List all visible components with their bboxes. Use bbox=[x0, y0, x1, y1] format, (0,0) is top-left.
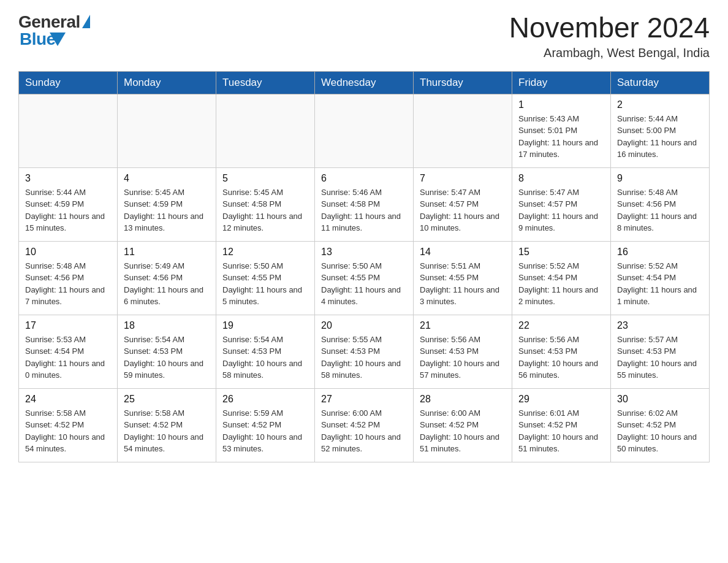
day-info: Sunrise: 5:50 AM Sunset: 4:55 PM Dayligh… bbox=[222, 260, 308, 308]
day-number: 8 bbox=[518, 173, 604, 184]
day-info: Sunrise: 5:46 AM Sunset: 4:58 PM Dayligh… bbox=[321, 186, 407, 234]
calendar-day-cell: 28Sunrise: 6:00 AM Sunset: 4:52 PM Dayli… bbox=[414, 388, 512, 462]
day-header-saturday: Saturday bbox=[611, 71, 710, 94]
day-info: Sunrise: 5:45 AM Sunset: 4:59 PM Dayligh… bbox=[124, 186, 210, 234]
logo-triangle-icon bbox=[82, 15, 90, 28]
title-block: November 2024 Arambagh, West Bengal, Ind… bbox=[509, 12, 710, 60]
calendar-day-cell bbox=[118, 94, 216, 167]
calendar-day-cell bbox=[414, 94, 512, 167]
calendar-day-cell: 2Sunrise: 5:44 AM Sunset: 5:00 PM Daylig… bbox=[611, 94, 710, 167]
calendar-day-cell: 20Sunrise: 5:55 AM Sunset: 4:53 PM Dayli… bbox=[315, 315, 414, 388]
calendar-day-cell bbox=[315, 94, 414, 167]
calendar-day-cell: 10Sunrise: 5:48 AM Sunset: 4:56 PM Dayli… bbox=[19, 241, 118, 315]
page-header: General Blue November 2024 Arambagh, Wes… bbox=[18, 12, 710, 60]
day-number: 26 bbox=[222, 394, 308, 405]
day-number: 9 bbox=[617, 173, 703, 184]
day-number: 23 bbox=[617, 320, 703, 331]
day-info: Sunrise: 5:52 AM Sunset: 4:54 PM Dayligh… bbox=[518, 260, 604, 308]
day-info: Sunrise: 5:48 AM Sunset: 4:56 PM Dayligh… bbox=[617, 186, 703, 234]
day-number: 14 bbox=[420, 247, 506, 258]
calendar-day-cell: 4Sunrise: 5:45 AM Sunset: 4:59 PM Daylig… bbox=[118, 167, 216, 241]
day-number: 1 bbox=[518, 99, 604, 110]
day-info: Sunrise: 5:47 AM Sunset: 4:57 PM Dayligh… bbox=[518, 186, 604, 234]
calendar-day-cell bbox=[216, 94, 315, 167]
day-number: 6 bbox=[321, 173, 407, 184]
calendar-day-cell: 6Sunrise: 5:46 AM Sunset: 4:58 PM Daylig… bbox=[315, 167, 414, 241]
calendar-day-cell: 23Sunrise: 5:57 AM Sunset: 4:53 PM Dayli… bbox=[611, 315, 710, 388]
calendar-week-row: 17Sunrise: 5:53 AM Sunset: 4:54 PM Dayli… bbox=[19, 315, 710, 388]
calendar-day-cell: 16Sunrise: 5:52 AM Sunset: 4:54 PM Dayli… bbox=[611, 241, 710, 315]
day-number: 16 bbox=[617, 247, 703, 258]
day-info: Sunrise: 5:47 AM Sunset: 4:57 PM Dayligh… bbox=[420, 186, 506, 234]
day-header-friday: Friday bbox=[512, 71, 611, 94]
calendar-day-cell: 27Sunrise: 6:00 AM Sunset: 4:52 PM Dayli… bbox=[315, 388, 414, 462]
calendar-day-cell: 7Sunrise: 5:47 AM Sunset: 4:57 PM Daylig… bbox=[414, 167, 512, 241]
day-number: 27 bbox=[321, 394, 407, 405]
day-header-thursday: Thursday bbox=[414, 71, 512, 94]
day-number: 5 bbox=[222, 173, 308, 184]
day-header-wednesday: Wednesday bbox=[315, 71, 414, 94]
day-header-sunday: Sunday bbox=[19, 71, 118, 94]
day-number: 20 bbox=[321, 320, 407, 331]
calendar-table: SundayMondayTuesdayWednesdayThursdayFrid… bbox=[18, 71, 710, 462]
day-info: Sunrise: 5:51 AM Sunset: 4:55 PM Dayligh… bbox=[420, 260, 506, 308]
calendar-day-cell: 3Sunrise: 5:44 AM Sunset: 4:59 PM Daylig… bbox=[19, 167, 118, 241]
day-info: Sunrise: 5:49 AM Sunset: 4:56 PM Dayligh… bbox=[124, 260, 210, 308]
calendar-day-cell: 1Sunrise: 5:43 AM Sunset: 5:01 PM Daylig… bbox=[512, 94, 611, 167]
day-number: 2 bbox=[617, 99, 703, 110]
day-number: 22 bbox=[518, 320, 604, 331]
calendar-title: November 2024 bbox=[509, 12, 710, 44]
day-info: Sunrise: 5:52 AM Sunset: 4:54 PM Dayligh… bbox=[617, 260, 703, 308]
day-header-monday: Monday bbox=[118, 71, 216, 94]
calendar-day-cell: 26Sunrise: 5:59 AM Sunset: 4:52 PM Dayli… bbox=[216, 388, 315, 462]
calendar-day-cell: 22Sunrise: 5:56 AM Sunset: 4:53 PM Dayli… bbox=[512, 315, 611, 388]
day-number: 28 bbox=[420, 394, 506, 405]
day-info: Sunrise: 6:02 AM Sunset: 4:52 PM Dayligh… bbox=[617, 407, 703, 455]
day-info: Sunrise: 5:56 AM Sunset: 4:53 PM Dayligh… bbox=[420, 334, 506, 381]
day-number: 4 bbox=[124, 173, 210, 184]
day-info: Sunrise: 5:44 AM Sunset: 5:00 PM Dayligh… bbox=[617, 113, 703, 161]
day-info: Sunrise: 5:45 AM Sunset: 4:58 PM Dayligh… bbox=[222, 186, 308, 234]
calendar-day-cell: 13Sunrise: 5:50 AM Sunset: 4:55 PM Dayli… bbox=[315, 241, 414, 315]
calendar-subtitle: Arambagh, West Bengal, India bbox=[509, 46, 710, 60]
day-info: Sunrise: 5:57 AM Sunset: 4:53 PM Dayligh… bbox=[617, 334, 703, 381]
day-info: Sunrise: 5:54 AM Sunset: 4:53 PM Dayligh… bbox=[222, 334, 308, 381]
calendar-week-row: 1Sunrise: 5:43 AM Sunset: 5:01 PM Daylig… bbox=[19, 94, 710, 167]
calendar-week-row: 24Sunrise: 5:58 AM Sunset: 4:52 PM Dayli… bbox=[19, 388, 710, 462]
day-info: Sunrise: 5:58 AM Sunset: 4:52 PM Dayligh… bbox=[25, 407, 111, 455]
day-number: 15 bbox=[518, 247, 604, 258]
day-info: Sunrise: 5:44 AM Sunset: 4:59 PM Dayligh… bbox=[25, 186, 111, 234]
calendar-day-cell: 12Sunrise: 5:50 AM Sunset: 4:55 PM Dayli… bbox=[216, 241, 315, 315]
day-number: 21 bbox=[420, 320, 506, 331]
calendar-header-row: SundayMondayTuesdayWednesdayThursdayFrid… bbox=[19, 71, 710, 94]
day-number: 10 bbox=[25, 247, 111, 258]
calendar-day-cell: 11Sunrise: 5:49 AM Sunset: 4:56 PM Dayli… bbox=[118, 241, 216, 315]
calendar-day-cell: 29Sunrise: 6:01 AM Sunset: 4:52 PM Dayli… bbox=[512, 388, 611, 462]
day-number: 17 bbox=[25, 320, 111, 331]
day-info: Sunrise: 5:50 AM Sunset: 4:55 PM Dayligh… bbox=[321, 260, 407, 308]
calendar-day-cell: 24Sunrise: 5:58 AM Sunset: 4:52 PM Dayli… bbox=[19, 388, 118, 462]
calendar-day-cell: 8Sunrise: 5:47 AM Sunset: 4:57 PM Daylig… bbox=[512, 167, 611, 241]
logo: General Blue bbox=[18, 12, 90, 49]
calendar-day-cell: 18Sunrise: 5:54 AM Sunset: 4:53 PM Dayli… bbox=[118, 315, 216, 388]
calendar-day-cell: 15Sunrise: 5:52 AM Sunset: 4:54 PM Dayli… bbox=[512, 241, 611, 315]
day-info: Sunrise: 5:48 AM Sunset: 4:56 PM Dayligh… bbox=[25, 260, 111, 308]
day-number: 3 bbox=[25, 173, 111, 184]
day-number: 30 bbox=[617, 394, 703, 405]
calendar-day-cell bbox=[19, 94, 118, 167]
day-number: 19 bbox=[222, 320, 308, 331]
day-info: Sunrise: 5:56 AM Sunset: 4:53 PM Dayligh… bbox=[518, 334, 604, 381]
calendar-day-cell: 5Sunrise: 5:45 AM Sunset: 4:58 PM Daylig… bbox=[216, 167, 315, 241]
day-number: 25 bbox=[124, 394, 210, 405]
calendar-day-cell: 14Sunrise: 5:51 AM Sunset: 4:55 PM Dayli… bbox=[414, 241, 512, 315]
logo-triangle2-icon bbox=[50, 33, 66, 46]
day-info: Sunrise: 6:00 AM Sunset: 4:52 PM Dayligh… bbox=[321, 407, 407, 455]
calendar-day-cell: 25Sunrise: 5:58 AM Sunset: 4:52 PM Dayli… bbox=[118, 388, 216, 462]
day-number: 11 bbox=[124, 247, 210, 258]
calendar-day-cell: 17Sunrise: 5:53 AM Sunset: 4:54 PM Dayli… bbox=[19, 315, 118, 388]
day-number: 29 bbox=[518, 394, 604, 405]
day-number: 12 bbox=[222, 247, 308, 258]
day-number: 24 bbox=[25, 394, 111, 405]
day-info: Sunrise: 5:55 AM Sunset: 4:53 PM Dayligh… bbox=[321, 334, 407, 381]
day-info: Sunrise: 5:58 AM Sunset: 4:52 PM Dayligh… bbox=[124, 407, 210, 455]
